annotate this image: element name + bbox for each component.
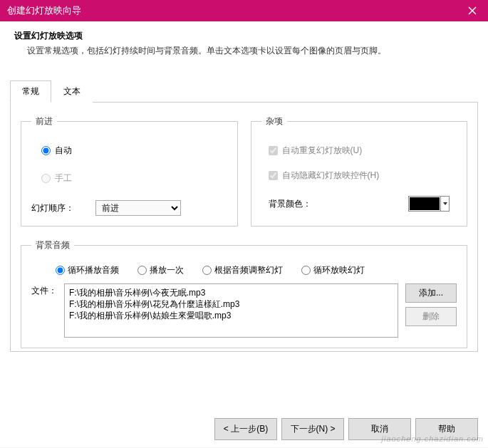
fieldset-advance: 前进 自动 手工 幻灯顺序： 前进 (21, 115, 238, 226)
back-button[interactable]: < 上一步(B) (214, 418, 277, 440)
radio-adjust-slides[interactable]: 根据音频调整幻灯 (202, 264, 283, 276)
cancel-button[interactable]: 取消 (348, 418, 411, 440)
checkbox-repeat[interactable]: 自动重复幻灯放映(U) (269, 145, 457, 157)
checkbox-hide[interactable]: 自动隐藏幻灯放映控件(H) (269, 170, 457, 182)
bgcolor-picker[interactable] (408, 196, 450, 212)
content-area: 常规 文本 前进 自动 手工 幻灯顺序： 前进 (0, 63, 488, 447)
radio-play-once[interactable]: 播放一次 (137, 264, 184, 276)
help-button[interactable]: 帮助 (415, 418, 478, 440)
header-desc: 设置常规选项，包括幻灯持续时间与背景音频。单击文本选项卡以设置每个图像的页眉与页… (14, 45, 474, 57)
radio-manual-label: 手工 (55, 172, 72, 184)
close-button[interactable] (456, 0, 488, 21)
svg-marker-2 (443, 202, 447, 205)
add-button[interactable]: 添加... (405, 283, 457, 303)
wizard-header: 设置幻灯放映选项 设置常规选项，包括幻灯持续时间与背景音频。单击文本选项卡以设置… (0, 21, 488, 63)
radio-manual[interactable]: 手工 (41, 172, 227, 184)
close-icon (468, 6, 477, 15)
files-list[interactable]: F:\我的相册\音乐样例\今夜无眠.mp3 F:\我的相册\音乐样例\花兒為什麼… (64, 283, 398, 338)
next-button[interactable]: 下一步(N) > (281, 418, 344, 440)
panel-general: 前进 自动 手工 幻灯顺序： 前进 杂项 (10, 103, 478, 352)
radio-auto-label: 自动 (55, 145, 72, 157)
fieldset-audio: 背景音频 循环播放音频 播放一次 根据音频调整幻灯 循环放映幻灯 文件： F:\… (21, 239, 467, 348)
slide-order-select[interactable]: 前进 (95, 200, 181, 216)
checkbox-repeat-label: 自动重复幻灯放映(U) (282, 145, 363, 157)
checkbox-repeat-input[interactable] (269, 146, 278, 155)
titlebar: 创建幻灯放映向导 (0, 0, 488, 21)
radio-loop-slides[interactable]: 循环放映幻灯 (301, 264, 365, 276)
bgcolor-swatch (410, 197, 440, 210)
tab-text[interactable]: 文本 (51, 80, 93, 103)
legend-misc: 杂项 (261, 115, 287, 127)
radio-auto-input[interactable] (41, 146, 51, 155)
checkbox-hide-label: 自动隐藏幻灯放映控件(H) (282, 170, 380, 182)
radio-loop-audio[interactable]: 循环播放音频 (56, 264, 119, 276)
window-title: 创建幻灯放映向导 (7, 4, 81, 17)
chevron-down-icon (440, 197, 449, 211)
slide-order-label: 幻灯顺序： (31, 202, 74, 214)
checkbox-hide-input[interactable] (269, 171, 278, 180)
legend-audio: 背景音频 (31, 239, 74, 251)
remove-button[interactable]: 删除 (405, 307, 457, 326)
legend-advance: 前进 (31, 115, 57, 127)
header-title: 设置幻灯放映选项 (14, 30, 474, 42)
tabs: 常规 文本 (10, 80, 478, 103)
files-label: 文件： (31, 283, 57, 297)
tab-general[interactable]: 常规 (10, 80, 51, 103)
fieldset-misc: 杂项 自动重复幻灯放映(U) 自动隐藏幻灯放映控件(H) 背景颜色： (251, 115, 468, 226)
list-item[interactable]: F:\我的相册\音乐样例\姑娘生來愛唱歌.mp3 (69, 310, 393, 321)
wizard-footer: < 上一步(B) 下一步(N) > 取消 帮助 (214, 418, 478, 440)
radio-manual-input[interactable] (41, 174, 51, 183)
radio-auto[interactable]: 自动 (41, 145, 227, 157)
list-item[interactable]: F:\我的相册\音乐样例\今夜无眠.mp3 (69, 287, 393, 298)
list-item[interactable]: F:\我的相册\音乐样例\花兒為什麼這樣紅.mp3 (69, 298, 393, 310)
bgcolor-label: 背景颜色： (269, 198, 311, 210)
